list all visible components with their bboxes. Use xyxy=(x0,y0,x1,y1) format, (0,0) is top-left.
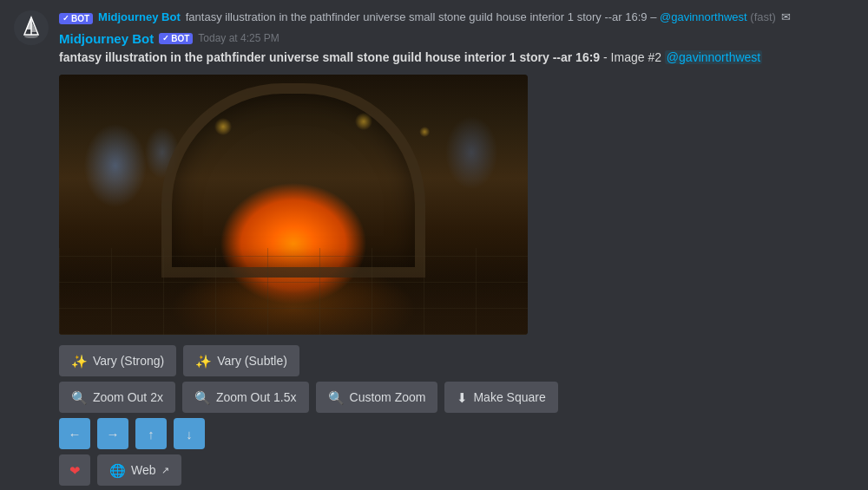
message-container: ✓ BOT Midjourney Bot fantasy illustratio… xyxy=(14,10,854,486)
arrow-down-button[interactable]: ↓ xyxy=(174,418,205,449)
heart-icon: ❤ xyxy=(69,464,81,477)
message-text: fantasy illustration in the pathfinder u… xyxy=(59,49,854,67)
web-icon: 🌐 xyxy=(109,464,126,477)
zoom-out-15x-button[interactable]: 🔍 Zoom Out 1.5x xyxy=(182,382,309,413)
message-username: Midjourney Bot xyxy=(59,31,154,46)
make-square-button[interactable]: ⬇ Make Square xyxy=(444,382,557,413)
arrow-down-icon: ↓ xyxy=(186,428,193,441)
sparkles-icon-2: ✨ xyxy=(195,355,212,368)
generated-image xyxy=(59,75,528,335)
vary-strong-button[interactable]: ✨ Vary (Strong) xyxy=(59,345,176,376)
notification-bot-tag: ✓ BOT xyxy=(59,10,93,24)
external-link-icon: ↗ xyxy=(161,465,169,476)
action-buttons: ✨ Vary (Strong) ✨ Vary (Subtle) 🔍 Zoom O… xyxy=(59,345,854,486)
notification-prompt: fantasy illustration in the pathfinder u… xyxy=(186,10,776,23)
notification-at-user: @gavinnorthwest xyxy=(660,10,747,23)
zoom-button-row: 🔍 Zoom Out 2x 🔍 Zoom Out 1.5x 🔍 Custom Z… xyxy=(59,382,854,413)
envelope-icon: ✉ xyxy=(781,10,791,23)
web-label: Web xyxy=(131,463,156,477)
arrow-left-button[interactable]: ← xyxy=(59,418,90,449)
svg-point-1 xyxy=(24,35,38,38)
message-image-label: - Image #2 xyxy=(603,50,665,64)
notification-username: Midjourney Bot xyxy=(98,10,181,23)
arrow-up-button[interactable]: ↑ xyxy=(135,418,167,449)
notification-speed: (fast) xyxy=(750,10,776,23)
magnify-icon-2: 🔍 xyxy=(194,391,211,404)
bot-badge-notification: ✓ BOT xyxy=(59,13,93,24)
avatar xyxy=(14,10,49,45)
arrow-right-button[interactable]: → xyxy=(97,418,128,449)
web-button[interactable]: 🌐 Web ↗ xyxy=(97,454,181,486)
sparkles-icon: ✨ xyxy=(71,355,88,368)
vary-button-row: ✨ Vary (Strong) ✨ Vary (Subtle) xyxy=(59,345,854,376)
magnify-icon-3: 🔍 xyxy=(328,391,345,404)
notification-bar: ✓ BOT Midjourney Bot fantasy illustratio… xyxy=(59,10,854,24)
custom-zoom-button[interactable]: 🔍 Custom Zoom xyxy=(316,382,438,413)
arrows-icon: ⬇ xyxy=(457,391,468,404)
zoom-out-2x-button[interactable]: 🔍 Zoom Out 2x xyxy=(59,382,175,413)
vary-subtle-button[interactable]: ✨ Vary (Subtle) xyxy=(183,345,299,376)
heart-button[interactable]: ❤ xyxy=(59,454,90,486)
misc-button-row: ❤ 🌐 Web ↗ xyxy=(59,454,854,486)
magnify-icon-1: 🔍 xyxy=(71,391,88,404)
arrow-left-icon: ← xyxy=(69,428,82,441)
bot-badge: ✓ BOT xyxy=(159,33,193,44)
arrow-right-icon: → xyxy=(107,428,120,441)
guild-house-illustration xyxy=(59,75,528,335)
arrow-button-row: ← → ↑ ↓ xyxy=(59,418,854,449)
message-header: Midjourney Bot ✓ BOT Today at 4:25 PM xyxy=(59,31,854,46)
arrow-up-icon: ↑ xyxy=(148,428,155,441)
message-body: ✓ BOT Midjourney Bot fantasy illustratio… xyxy=(59,10,854,486)
message-prompt: fantasy illustration in the pathfinder u… xyxy=(59,50,600,64)
message-timestamp: Today at 4:25 PM xyxy=(198,32,279,44)
message-at-user: @gavinnorthwest xyxy=(665,50,762,64)
